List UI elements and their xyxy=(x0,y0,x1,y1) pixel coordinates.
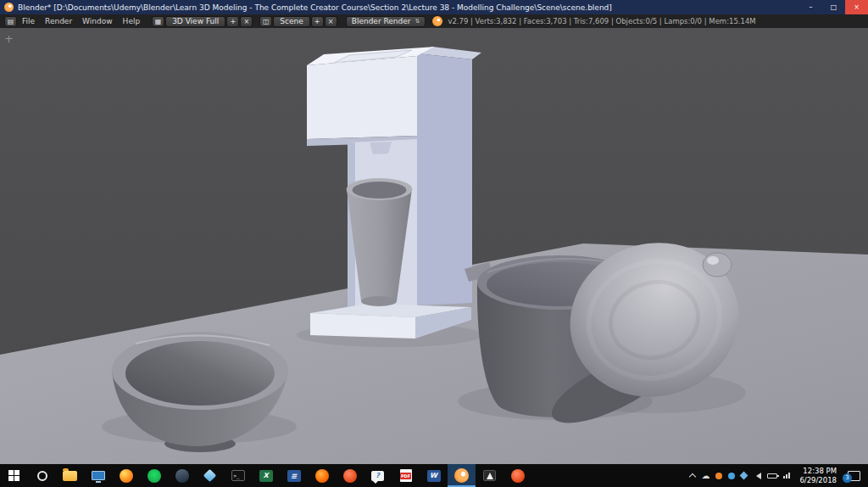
blue-doc-icon: ≡ xyxy=(287,470,301,482)
layout-browse-button[interactable]: ▦ xyxy=(152,16,164,27)
cortana-button[interactable] xyxy=(28,464,56,487)
vlc-icon xyxy=(483,470,496,481)
notification-badge: 3 xyxy=(843,473,852,483)
steam-icon xyxy=(175,469,189,483)
volume-icon[interactable] xyxy=(753,473,761,479)
blender-header: ▤ File Render Window Help ▦ 3D View Full… xyxy=(0,14,868,28)
scene-browse-button[interactable]: ◫ xyxy=(259,16,272,27)
minimize-button[interactable]: – xyxy=(799,0,822,14)
help-chat-button[interactable]: ? xyxy=(364,464,392,487)
tray-time: 12:38 PM xyxy=(799,467,837,476)
mail-tray-icon[interactable] xyxy=(728,473,735,479)
firefox-button[interactable] xyxy=(112,464,140,487)
photos-app-button[interactable] xyxy=(196,464,224,487)
battery-icon[interactable] xyxy=(767,473,777,479)
windows-logo-icon xyxy=(8,470,19,481)
opera-button[interactable] xyxy=(336,464,364,487)
info-editor-icon: ▤ xyxy=(8,18,14,25)
viewport-canvas[interactable] xyxy=(0,28,868,464)
screen-layout-icon: ▦ xyxy=(155,18,162,25)
orange-browser-icon xyxy=(315,469,329,483)
window-titlebar: Blender* [D:\Documents\Udemy\Blender\Lea… xyxy=(0,0,868,14)
blender-taskbar-button[interactable] xyxy=(448,464,476,487)
monitor-icon xyxy=(92,471,105,480)
scene-delete-button[interactable]: × xyxy=(325,16,337,27)
updown-arrows-icon: ⇅ xyxy=(415,18,420,25)
start-button[interactable] xyxy=(0,464,28,487)
scene-browse-icon: ◫ xyxy=(263,18,270,25)
file-explorer-button[interactable] xyxy=(56,464,84,487)
scene-stats: v2.79 | Verts:3,832 | Faces:3,703 | Tris… xyxy=(448,17,755,25)
scene-name-field[interactable]: Scene xyxy=(273,16,309,27)
red-circle-app-icon xyxy=(343,469,357,483)
excel-icon: X xyxy=(259,470,273,482)
layout-name-field[interactable]: 3D View Full xyxy=(165,16,225,27)
render-engine-select[interactable]: Blender Render ⇅ xyxy=(346,16,426,27)
excel-button[interactable]: X xyxy=(252,464,280,487)
menu-help[interactable]: Help xyxy=(118,14,146,28)
layout-delete-button[interactable]: × xyxy=(240,16,253,27)
firefox-icon xyxy=(120,469,133,483)
steam-button[interactable] xyxy=(168,464,196,487)
updates-tray-icon[interactable] xyxy=(715,473,722,479)
maximize-button[interactable]: □ xyxy=(822,0,845,14)
spotify-icon xyxy=(147,469,161,483)
system-tray: ☁ 12:38 PM 6/29/2018 3 xyxy=(690,464,868,487)
editor-type-button[interactable]: ▤ xyxy=(4,16,17,27)
onedrive-cloud-icon[interactable]: ☁ xyxy=(701,472,709,480)
layout-add-button[interactable]: + xyxy=(226,16,239,27)
orange-app-button[interactable] xyxy=(504,464,531,487)
display-app-button[interactable] xyxy=(84,464,112,487)
menu-render[interactable]: Render xyxy=(40,14,77,28)
pdf-icon: PDF xyxy=(400,469,412,482)
word-button[interactable]: W xyxy=(420,464,448,487)
tray-clock[interactable]: 12:38 PM 6/29/2018 xyxy=(799,467,837,484)
render-engine-value: Blender Render xyxy=(352,17,411,25)
blender-logo-icon xyxy=(432,16,442,26)
viewport-expand-icon[interactable]: + xyxy=(4,33,14,44)
folder-icon xyxy=(63,471,77,481)
browser-orange-button[interactable] xyxy=(308,464,336,487)
terminal-icon: >_ xyxy=(231,470,245,481)
scene-add-button[interactable]: + xyxy=(311,16,324,27)
spotify-button[interactable] xyxy=(140,464,168,487)
bluetooth-icon[interactable] xyxy=(740,472,748,480)
menu-window[interactable]: Window xyxy=(77,14,118,28)
question-bubble-icon: ? xyxy=(371,471,384,481)
diamond-app-icon xyxy=(203,469,217,483)
action-center-icon[interactable]: 3 xyxy=(848,471,860,481)
network-icon[interactable] xyxy=(783,473,790,479)
word-icon: W xyxy=(427,470,441,482)
vlc-button[interactable] xyxy=(476,464,504,487)
orange-app-icon xyxy=(511,469,525,483)
tray-date: 6/29/2018 xyxy=(799,476,837,485)
notes-app-button[interactable]: ≡ xyxy=(280,464,308,487)
menu-file[interactable]: File xyxy=(17,14,40,28)
terminal-button[interactable]: >_ xyxy=(224,464,252,487)
blender-app-icon xyxy=(4,3,14,12)
windows-taskbar: >_ X ≡ ? PDF W ☁ 12:38 PM 6/29/2018 3 xyxy=(0,464,868,487)
viewport-3d[interactable]: + xyxy=(0,28,868,464)
window-title: Blender* [D:\Documents\Udemy\Blender\Lea… xyxy=(18,3,799,12)
cortana-icon xyxy=(37,471,47,481)
taskbar-apps: >_ X ≡ ? PDF W xyxy=(0,464,531,487)
pdf-app-button[interactable]: PDF xyxy=(392,464,420,487)
close-button[interactable]: × xyxy=(845,0,868,14)
blender-icon xyxy=(454,468,469,483)
window-controls: – □ × xyxy=(799,0,868,14)
hidden-icons-chevron-icon[interactable] xyxy=(689,473,696,480)
